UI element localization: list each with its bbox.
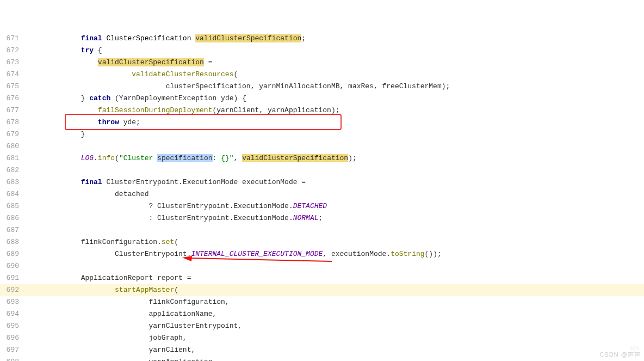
code-line[interactable]: 676 } catch (YarnDeploymentException yde… [0, 93, 644, 105]
token: } [81, 94, 90, 102]
token: validateClusterResources [132, 70, 233, 78]
line-number: 683 [0, 176, 30, 188]
line-number: 689 [0, 248, 30, 260]
line-number: 691 [0, 272, 30, 284]
code-line[interactable]: 697 yarnClient, [0, 344, 644, 356]
code-content[interactable]: jobGraph, [30, 332, 644, 344]
code-content[interactable]: validClusterSpecification = [30, 57, 644, 69]
token: final [81, 34, 107, 42]
token: DETACHED [293, 202, 327, 210]
code-line[interactable]: 695 yarnClusterEntrypoint, [0, 320, 644, 332]
code-content[interactable]: flinkConfiguration, [30, 296, 644, 308]
token: (YarnDeploymentException yde) { [115, 94, 246, 102]
token: detached [115, 190, 148, 198]
token: applicationName, [148, 310, 216, 318]
code-line[interactable]: 681 LOG.info("Cluster specification: {}"… [0, 152, 644, 164]
code-content[interactable]: throw yde; [30, 117, 644, 129]
code-content[interactable]: flinkConfiguration.set( [30, 236, 644, 248]
token: catch [89, 94, 115, 102]
code-content[interactable]: failSessionDuringDeployment(yarnClient, … [30, 105, 644, 117]
token: toString [391, 250, 424, 258]
line-number: 678 [0, 117, 30, 129]
token: . [94, 154, 98, 162]
token: ClusterEntrypoint. [115, 250, 191, 258]
token: yarnApplication, [148, 358, 216, 361]
code-line[interactable]: 672 try { [0, 45, 644, 57]
token: (yarnClient, yarnApplication); [212, 106, 339, 114]
code-line[interactable]: 692 startAppMaster( [0, 284, 644, 296]
code-line[interactable]: 683 final ClusterEntrypoint.ExecutionMod… [0, 176, 644, 188]
code-line[interactable]: 691 ApplicationReport report = [0, 272, 644, 284]
token: ( [174, 238, 178, 246]
code-line[interactable]: 674 validateClusterResources( [0, 69, 644, 81]
code-line[interactable]: 682 [0, 164, 644, 176]
code-content[interactable]: startAppMaster( [30, 284, 644, 296]
code-line[interactable]: 673 validClusterSpecification = [0, 57, 644, 69]
token: ); [348, 154, 357, 162]
token: startAppMaster [115, 286, 174, 294]
code-line[interactable]: 693 flinkConfiguration, [0, 296, 644, 308]
code-content[interactable]: ClusterEntrypoint.INTERNAL_CLUSTER_EXECU… [30, 248, 644, 260]
token: throw [98, 118, 123, 126]
code-content[interactable]: : ClusterEntrypoint.ExecutionMode.NORMAL… [30, 212, 644, 224]
code-content[interactable]: final ClusterSpecification validClusterS… [30, 33, 644, 45]
line-number: 696 [0, 332, 30, 344]
code-line[interactable]: 675 clusterSpecification, yarnMinAllocat… [0, 81, 644, 93]
code-content[interactable]: detached [30, 188, 644, 200]
code-line[interactable]: 684 detached [0, 188, 644, 200]
line-number: 673 [0, 57, 30, 69]
token: ClusterSpecification [106, 34, 195, 42]
code-line[interactable]: 689 ClusterEntrypoint.INTERNAL_CLUSTER_E… [0, 248, 644, 260]
code-line[interactable]: 686 : ClusterEntrypoint.ExecutionMode.NO… [0, 212, 644, 224]
code-content[interactable]: ApplicationReport report = [30, 272, 644, 284]
code-line[interactable]: 687 [0, 224, 644, 236]
token: set [162, 238, 174, 246]
code-editor[interactable]: 671 final ClusterSpecification validClus… [0, 33, 644, 361]
token: ( [115, 154, 119, 162]
token: flinkConfiguration, [148, 298, 229, 306]
token: try [81, 46, 98, 54]
code-content[interactable]: } catch (YarnDeploymentException yde) { [30, 93, 644, 105]
token: flinkConfiguration. [81, 238, 162, 246]
code-line[interactable]: 677 failSessionDuringDeployment(yarnClie… [0, 105, 644, 117]
token: validClusterSpecification [195, 34, 301, 42]
token: , executionMode. [323, 250, 391, 258]
token: info [98, 154, 115, 162]
code-line[interactable]: 671 final ClusterSpecification validClus… [0, 33, 644, 45]
token: validClusterSpecification [98, 58, 204, 66]
token: yarnClient, [148, 346, 195, 354]
code-line[interactable]: 698 yarnApplication, [0, 356, 644, 361]
code-content[interactable]: yarnClient, [30, 344, 644, 356]
code-line[interactable]: 688 flinkConfiguration.set( [0, 236, 644, 248]
code-content[interactable]: clusterSpecification, yarnMinAllocationM… [30, 81, 644, 93]
line-number: 694 [0, 308, 30, 320]
code-content[interactable]: applicationName, [30, 308, 644, 320]
line-number: 680 [0, 140, 30, 152]
token: ? ClusterEntrypoint.ExecutionMode. [148, 202, 293, 210]
code-line[interactable]: 696 jobGraph, [0, 332, 644, 344]
code-line[interactable]: 690 [0, 260, 644, 272]
token: "Cluster [119, 154, 157, 162]
code-content[interactable]: LOG.info("Cluster specification: {}", va… [30, 152, 644, 164]
code-line[interactable]: 694 applicationName, [0, 308, 644, 320]
token: NORMAL [293, 214, 319, 222]
code-content[interactable]: try { [30, 45, 644, 57]
token: } [81, 130, 85, 138]
watermark: CSDN @声声 [600, 351, 641, 359]
code-line[interactable]: 685 ? ClusterEntrypoint.ExecutionMode.DE… [0, 200, 644, 212]
code-line[interactable]: 680 [0, 140, 644, 152]
token: ()); [425, 250, 442, 258]
line-number: 677 [0, 105, 30, 117]
code-content[interactable]: validateClusterResources( [30, 69, 644, 81]
code-line[interactable]: 679 } [0, 129, 644, 140]
code-content[interactable]: ? ClusterEntrypoint.ExecutionMode.DETACH… [30, 200, 644, 212]
line-number: 679 [0, 129, 30, 140]
token: yde; [123, 118, 140, 126]
code-content[interactable]: yarnClusterEntrypoint, [30, 320, 644, 332]
code-line[interactable]: 678 throw yde; [0, 117, 644, 129]
code-content[interactable]: yarnApplication, [30, 356, 644, 361]
line-number: 688 [0, 236, 30, 248]
line-number: 671 [0, 33, 30, 45]
code-content[interactable]: } [30, 129, 644, 140]
code-content[interactable]: final ClusterEntrypoint.ExecutionMode ex… [30, 176, 644, 188]
